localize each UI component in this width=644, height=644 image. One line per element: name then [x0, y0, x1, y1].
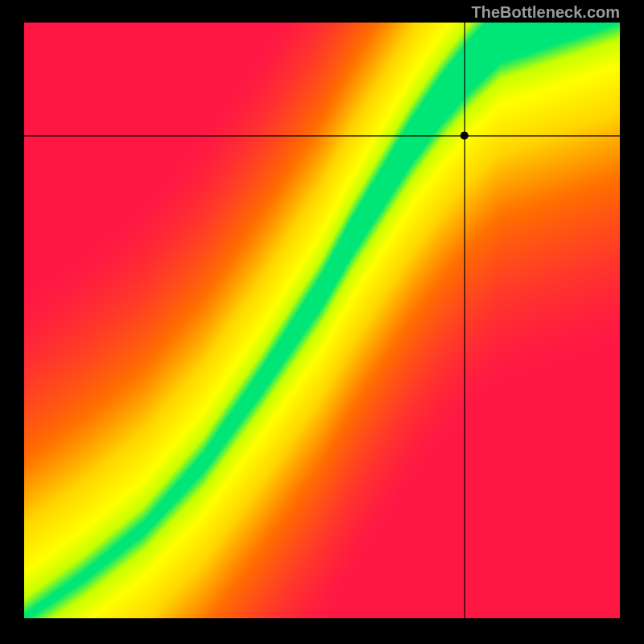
watermark-text: TheBottleneck.com	[472, 3, 620, 22]
chart-container: TheBottleneck.com	[0, 0, 644, 644]
heatmap-plot	[24, 23, 620, 618]
heatmap-canvas	[24, 23, 620, 618]
